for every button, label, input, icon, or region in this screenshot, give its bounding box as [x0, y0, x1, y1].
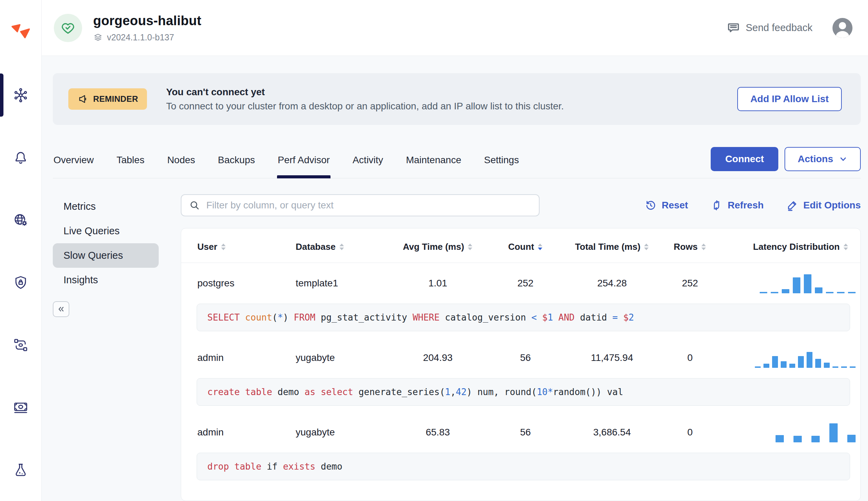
latency-histogram — [776, 422, 856, 442]
refresh-icon — [711, 199, 722, 211]
column-header-count[interactable]: Count — [482, 228, 569, 263]
queries-table: UserDatabaseAvg Time (ms)CountTotal Time… — [181, 228, 860, 487]
layers-icon — [93, 32, 103, 42]
refresh-button[interactable]: Refresh — [711, 199, 763, 211]
tab-perf-advisor[interactable]: Perf Advisor — [277, 151, 331, 178]
refresh-label: Refresh — [728, 200, 763, 211]
reset-button[interactable]: Reset — [645, 199, 688, 211]
tab-activity[interactable]: Activity — [352, 151, 384, 178]
cell-latency-distribution — [724, 412, 860, 453]
tabs-row: OverviewTablesNodesBackupsPerf AdvisorAc… — [53, 147, 861, 178]
cell-latency-distribution — [724, 337, 860, 378]
add-ip-allow-list-button[interactable]: Add IP Allow List — [737, 87, 842, 111]
histogram-bar — [804, 274, 811, 293]
cluster-network-icon — [13, 87, 29, 103]
cell-count: 56 — [482, 412, 569, 453]
column-label: Latency Distribution — [753, 242, 840, 252]
main-column: gorgeous-halibut v2024.1.1.0-b137 Send f… — [42, 0, 868, 501]
reminder-message: To connect to your cluster from a deskto… — [166, 101, 564, 112]
rail-item-security[interactable] — [0, 251, 41, 314]
perf-advisor-subnav: MetricsLive QueriesSlow QueriesInsights — [53, 194, 181, 501]
tab-nodes[interactable]: Nodes — [167, 151, 196, 178]
query-code-block: SELECT count(*) FROM pg_stat_activity WH… — [197, 304, 850, 331]
reminder-text: You can't connect yet To connect to your… — [166, 87, 564, 112]
histogram-bar — [841, 366, 847, 368]
tab-tables[interactable]: Tables — [116, 151, 145, 178]
column-header-database[interactable]: Database — [279, 228, 393, 263]
histogram-bar — [760, 292, 767, 293]
cell-count: 56 — [482, 337, 569, 378]
histogram-bar — [772, 356, 778, 368]
histogram-bar — [815, 359, 821, 368]
cell-user: admin — [181, 337, 279, 378]
column-label: Rows — [674, 242, 698, 252]
column-label: Total Time (ms) — [575, 242, 641, 252]
cell-rows: 0 — [655, 412, 724, 453]
yugabyte-logo-icon — [10, 23, 31, 41]
subnav-list: MetricsLive QueriesSlow QueriesInsights — [53, 194, 181, 292]
subnav-item-metrics[interactable]: Metrics — [53, 194, 159, 219]
query-code-block: create table demo as select generate_ser… — [197, 378, 850, 406]
tab-overview[interactable]: Overview — [53, 151, 95, 178]
rail-item-labs[interactable] — [0, 439, 41, 501]
histogram-bar — [776, 435, 784, 442]
history-reset-icon — [645, 199, 657, 211]
histogram-bar — [789, 364, 795, 368]
column-header-total-time-ms-[interactable]: Total Time (ms) — [569, 228, 655, 263]
edit-options-button[interactable]: Edit Options — [787, 199, 861, 211]
subnav-item-slow-queries[interactable]: Slow Queries — [53, 243, 159, 268]
filter-input[interactable] — [206, 199, 531, 211]
histogram-bar — [798, 356, 804, 368]
cell-user: admin — [181, 412, 279, 453]
histogram-bar — [826, 292, 834, 293]
cluster-health-badge — [54, 14, 82, 42]
cell-total-time: 3,686.54 — [569, 412, 655, 453]
rail-item-integrations[interactable] — [0, 314, 41, 376]
column-header-rows[interactable]: Rows — [655, 228, 724, 263]
search-icon — [189, 200, 200, 211]
collapse-sidebar-button[interactable] — [53, 301, 69, 317]
histogram-bar — [832, 366, 838, 368]
column-header-user[interactable]: User — [181, 228, 279, 263]
tab-backups[interactable]: Backups — [217, 151, 256, 178]
subnav-item-live-queries[interactable]: Live Queries — [53, 219, 159, 243]
histogram-bar — [763, 364, 769, 368]
left-icon-rail — [0, 0, 42, 501]
chevron-down-icon — [839, 155, 848, 164]
cell-avg-time: 204.93 — [393, 337, 482, 378]
rail-item-alerts[interactable] — [0, 126, 41, 189]
actions-dropdown-button[interactable]: Actions — [785, 147, 861, 171]
histogram-bar — [781, 361, 787, 368]
send-feedback-button[interactable]: Send feedback — [727, 21, 812, 35]
column-label: Count — [508, 242, 534, 252]
histogram-bar — [771, 292, 778, 293]
yugabyte-logo[interactable] — [0, 0, 41, 64]
latency-histogram — [760, 273, 856, 293]
histogram-bar — [815, 287, 822, 293]
workflow-icon — [13, 337, 29, 353]
column-header-avg-time-ms-[interactable]: Avg Time (ms) — [393, 228, 482, 263]
cell-user: postgres — [181, 263, 279, 304]
tab-settings[interactable]: Settings — [483, 151, 520, 178]
subnav-item-insights[interactable]: Insights — [53, 268, 159, 292]
cluster-version: v2024.1.1.0-b137 — [107, 32, 174, 42]
heart-check-icon — [60, 20, 76, 36]
cell-rows: 252 — [655, 263, 724, 304]
slow-queries-panel: Reset Refresh — [181, 194, 861, 501]
cell-database: yugabyte — [279, 337, 393, 378]
flask-icon — [13, 462, 29, 478]
rail-item-billing[interactable] — [0, 376, 41, 439]
tab-maintenance[interactable]: Maintenance — [405, 151, 462, 178]
connect-button[interactable]: Connect — [711, 147, 778, 171]
slow-queries-toolbar: Reset Refresh — [181, 194, 861, 216]
megaphone-icon — [77, 94, 88, 105]
rail-item-clusters[interactable] — [0, 64, 41, 126]
user-avatar[interactable] — [832, 18, 852, 38]
rail-item-network[interactable] — [0, 189, 41, 251]
feedback-chat-icon — [727, 21, 740, 35]
histogram-bar — [829, 423, 838, 442]
globe-gear-icon — [13, 212, 29, 228]
histogram-bar — [782, 289, 789, 293]
reminder-badge: REMINDER — [68, 88, 147, 110]
column-header-latency-distribution[interactable]: Latency Distribution — [724, 228, 860, 263]
